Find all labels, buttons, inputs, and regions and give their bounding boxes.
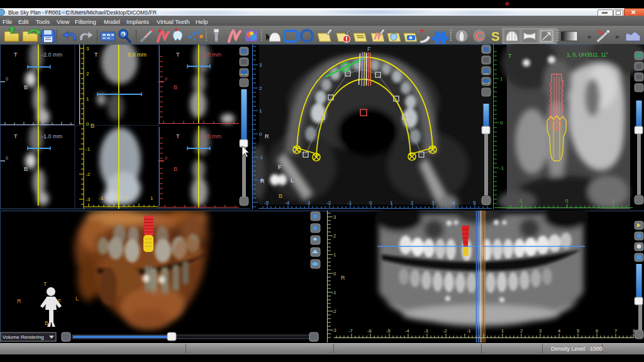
svg-text:1, 0, UH3511, 11°: 1, 0, UH3511, 11°	[567, 52, 608, 58]
svg-text:B: B	[174, 84, 177, 90]
svg-text:1: 1	[390, 200, 393, 206]
svg-text:0.0 mm: 0.0 mm	[128, 52, 147, 58]
svg-text:T: T	[94, 52, 98, 58]
svg-text:-2: -2	[86, 172, 91, 177]
svg-text:-1: -1	[499, 165, 504, 171]
svg-text:L: L	[291, 177, 294, 184]
svg-text:T: T	[176, 133, 180, 140]
svg-text:a: a	[121, 32, 124, 36]
svg-text:0: 0	[333, 271, 336, 277]
svg-text:0: 0	[125, 195, 128, 201]
svg-text:3: 3	[539, 328, 541, 334]
svg-text:5: 5	[577, 328, 579, 334]
svg-text:-2.0 mm: -2.0 mm	[42, 52, 62, 58]
svg-text:1: 1	[150, 195, 153, 201]
svg-text:4: 4	[452, 200, 455, 206]
svg-text:2: 2	[411, 200, 414, 206]
svg-text:3: 3	[333, 214, 336, 220]
svg-text:1: 1	[259, 108, 262, 114]
svg-text:S: S	[491, 30, 499, 43]
svg-text:Volume Rendering: Volume Rendering	[3, 334, 44, 340]
svg-text:R: R	[260, 178, 265, 184]
svg-text:2: 2	[520, 328, 523, 334]
svg-text:0: 0	[6, 156, 8, 160]
svg-text:F: F	[58, 298, 62, 304]
svg-text:T: T	[14, 133, 18, 140]
svg-text:2: 2	[333, 233, 336, 239]
svg-text:-1: -1	[99, 195, 104, 201]
svg-text:B: B	[174, 166, 177, 172]
svg-text:F: F	[278, 164, 282, 170]
svg-text:1: 1	[612, 198, 615, 204]
svg-text:3: 3	[431, 200, 435, 206]
svg-text:2: 2	[86, 71, 89, 77]
svg-text:-4: -4	[285, 200, 290, 206]
svg-text:-3: -3	[424, 328, 428, 334]
svg-text:2: 2	[259, 85, 262, 91]
svg-text:1: 1	[501, 328, 504, 334]
svg-text:T: T	[508, 53, 512, 59]
svg-text:B: B	[24, 166, 28, 172]
svg-text:7: 7	[614, 328, 617, 334]
svg-text:-1.0 mm: -1.0 mm	[42, 133, 62, 140]
svg-text:1.0 mm: 1.0 mm	[203, 52, 221, 58]
svg-text:-3: -3	[332, 327, 336, 333]
svg-text:1: 1	[333, 252, 336, 258]
svg-text:0: 0	[500, 120, 503, 126]
svg-text:3: 3	[86, 46, 89, 52]
svg-text:T: T	[43, 281, 47, 287]
svg-text:R: R	[341, 275, 345, 281]
svg-text:-2: -2	[443, 328, 447, 334]
svg-text:1: 1	[500, 76, 503, 82]
svg-text:-7: -7	[348, 328, 353, 334]
svg-text:6: 6	[596, 328, 598, 334]
svg-text:-1: -1	[86, 146, 91, 152]
svg-text:-1: -1	[258, 155, 264, 160]
svg-text:C: C	[475, 30, 484, 43]
svg-text:-3: -3	[86, 197, 91, 202]
svg-text:B: B	[279, 193, 282, 199]
svg-text:0: 0	[165, 156, 167, 160]
svg-text:0: 0	[6, 77, 8, 81]
svg-text:-1: -1	[347, 200, 352, 206]
svg-text:R: R	[17, 298, 21, 304]
svg-text:0: 0	[259, 131, 262, 137]
svg-text:B: B	[45, 320, 48, 326]
svg-text:T: T	[176, 52, 180, 58]
svg-text:0: 0	[165, 77, 167, 81]
svg-text:T: T	[14, 52, 18, 58]
svg-text:-4: -4	[405, 328, 409, 334]
svg-text:L: L	[75, 295, 79, 302]
svg-text:0: 0	[86, 121, 89, 127]
svg-text:-6: -6	[367, 328, 372, 334]
svg-text:4: 4	[558, 328, 560, 334]
svg-text:5: 5	[473, 200, 476, 206]
svg-text:»: »	[587, 33, 591, 40]
svg-text:-2: -2	[326, 200, 331, 206]
svg-text:-5: -5	[264, 200, 269, 206]
svg-text:R: R	[265, 133, 269, 140]
svg-text:F: F	[367, 46, 371, 52]
svg-text:0: 0	[369, 200, 372, 206]
svg-text:3: 3	[259, 62, 262, 68]
svg-text:-1: -1	[518, 198, 523, 204]
svg-text:B: B	[24, 84, 28, 90]
svg-text:-3: -3	[306, 200, 311, 206]
svg-text:0: 0	[565, 198, 569, 204]
svg-text:2.0 mm: 2.0 mm	[203, 133, 221, 140]
svg-text:-1: -1	[332, 290, 336, 295]
svg-text:»: »	[615, 33, 619, 40]
svg-text:1: 1	[86, 96, 89, 102]
svg-text:-1: -1	[467, 328, 471, 334]
svg-text:-5: -5	[386, 328, 391, 334]
svg-text:-2: -2	[332, 309, 336, 314]
